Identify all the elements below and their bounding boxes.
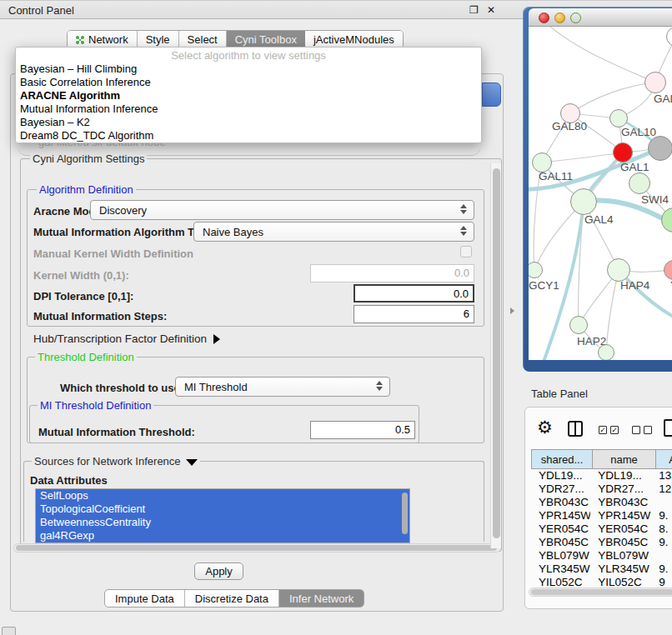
table-row[interactable]: YDR27...YDR27...12 [531, 482, 672, 496]
network-node[interactable] [648, 136, 672, 161]
dropdown-item[interactable]: Mutual Information Inference [16, 102, 481, 116]
network-node[interactable] [613, 142, 633, 162]
close-traffic-light-icon[interactable] [539, 12, 549, 23]
table-horizontal-scrollbar[interactable] [529, 588, 672, 597]
table-header: shared...nameA [531, 449, 672, 469]
minimize-traffic-light-icon[interactable] [554, 12, 565, 23]
tab-label: jActiveMNodules [313, 33, 394, 46]
dropdown-item[interactable]: Bayesian – Hill Climbing [16, 62, 481, 76]
table-cell: YER054C [590, 522, 651, 536]
bottom-corner-button[interactable] [2, 627, 16, 635]
manual-kernel-width-checkbox[interactable] [460, 246, 472, 258]
mi-steps-field[interactable]: 6 [354, 305, 474, 323]
vscroll-thumb[interactable] [493, 168, 500, 538]
expand-right-icon[interactable] [213, 334, 220, 344]
tab-discretize-data[interactable]: Discretize Data [185, 590, 279, 607]
attribute-item[interactable]: BetweennessCentrality [36, 516, 409, 529]
mi-algorithm-type-combo[interactable]: Naive Bayes [193, 222, 474, 242]
network-node[interactable] [609, 109, 628, 128]
table-row[interactable]: YBR043CYBR043C [531, 496, 672, 509]
network-node[interactable] [570, 188, 597, 215]
algorithm-dropdown: Select algorithm to view settings Bayesi… [15, 47, 482, 143]
column-header[interactable]: name [593, 449, 656, 469]
table-row[interactable]: YBR045CYBR045C9. [531, 536, 672, 549]
collapse-down-icon[interactable] [186, 459, 198, 466]
apply-button[interactable]: Apply [194, 562, 243, 580]
network-node[interactable] [629, 172, 650, 194]
close-icon[interactable]: ✕ [487, 4, 495, 16]
node-label: GAL1 [620, 161, 649, 173]
table-cell: YIL052C [590, 576, 651, 586]
hub-definition-label: Hub/Transcription Factor Definition [33, 332, 207, 345]
aracne-mode-combo[interactable]: Discovery [90, 200, 474, 220]
tab-label: Impute Data [115, 592, 174, 605]
network-canvas[interactable]: GALGAL80GAL10GAL1GAL11SWI4GAL4GCY1HAP4YH… [529, 27, 672, 360]
network-node[interactable] [644, 72, 666, 93]
dropdown-item[interactable]: Dream8 DC_TDC Algorithm [16, 129, 481, 142]
column-header[interactable]: A [656, 449, 672, 469]
table-cell: YIL052C [531, 576, 590, 586]
table-cell: YBR043C [590, 496, 651, 509]
table-row[interactable]: YIL052CYIL052C9 [531, 576, 672, 586]
float-icon[interactable]: ❐ [469, 4, 479, 16]
tab-impute-data[interactable]: Impute Data [105, 590, 185, 607]
table-row[interactable]: YPR145WYPR145W9. [531, 509, 672, 522]
tab-cyni-toolbox[interactable]: Cyni Toolbox [227, 31, 305, 48]
which-threshold-value: MI Threshold [184, 381, 248, 393]
hscroll-thumb[interactable] [16, 545, 497, 551]
table-hscroll-thumb[interactable] [531, 589, 672, 595]
attribute-item[interactable]: SelfLoops [36, 489, 409, 502]
table-cell: YPR145W [590, 509, 651, 522]
network-node[interactable] [607, 258, 630, 282]
tab-infer-network[interactable]: Infer Network [279, 590, 364, 607]
dropdown-item[interactable]: Basic Correlation Inference [16, 76, 481, 89]
splitpane-handle-icon[interactable] [510, 308, 514, 314]
table-cell: 9. [651, 536, 672, 549]
dpi-tolerance-field[interactable]: 0.0 [354, 284, 474, 302]
columns-icon[interactable] [568, 421, 583, 437]
table-row[interactable]: YLR345WYLR345W9. [531, 562, 672, 576]
settings-vertical-scrollbar[interactable] [490, 163, 501, 548]
column-header[interactable]: shared... [531, 449, 593, 469]
tab-style[interactable]: Style [138, 31, 179, 48]
mi-threshold-field[interactable]: 0.5 [310, 421, 415, 439]
dpi-tolerance-label: DPI Tolerance [0,1]: [33, 290, 133, 302]
tab-jactivemnodules[interactable]: jActiveMNodules [305, 31, 403, 48]
tab-select[interactable]: Select [179, 31, 227, 48]
which-threshold-combo[interactable]: MI Threshold [175, 377, 390, 397]
sources-title-text: Sources for Network Inference [34, 455, 181, 468]
table-cell: 9. [651, 509, 672, 522]
attribute-item[interactable]: TopologicalCoefficient [36, 502, 409, 516]
data-attributes-list[interactable]: SelfLoopsTopologicalCoefficientBetweenne… [35, 488, 410, 543]
table-row[interactable]: YER054CYER054C8. [531, 522, 672, 536]
tab-label: Infer Network [289, 592, 354, 605]
gear-icon[interactable]: ⚙ [537, 419, 553, 437]
attr-items: SelfLoopsTopologicalCoefficientBetweenne… [36, 489, 409, 542]
table-cell: YDR27... [531, 482, 590, 496]
mi-threshold-label: Mutual Information Threshold: [38, 426, 195, 438]
network-node[interactable] [569, 316, 588, 334]
unchecked-boxes-icon[interactable] [632, 426, 652, 434]
table-row[interactable]: YDL19...YDL19...13 [531, 469, 672, 482]
network-window-titlebar[interactable] [529, 8, 672, 27]
combo-arrows-icon [376, 381, 383, 391]
document-icon[interactable] [664, 419, 672, 437]
sources-group-title[interactable]: Sources for Network Inference [32, 455, 200, 468]
hub-definition-expander[interactable]: Hub/Transcription Factor Definition [33, 332, 220, 345]
table-row[interactable]: YBL079WYBL079W [531, 549, 672, 562]
table-cell: YBR043C [531, 496, 590, 509]
kernel-width-field[interactable]: 0.0 [310, 264, 474, 282]
network-node[interactable] [598, 344, 614, 360]
tab-network[interactable]: Network [68, 31, 138, 48]
attribute-item[interactable]: gal4RGexp [36, 529, 409, 542]
attr-list-scrollbar[interactable] [402, 492, 408, 534]
table-cell: YLR345W [531, 562, 590, 576]
table-cell: YDR27... [590, 482, 651, 496]
dropdown-item[interactable]: Bayesian – K2 [16, 116, 481, 129]
network-window: GALGAL80GAL10GAL1GAL11SWI4GAL4GCY1HAP4YH… [523, 7, 672, 372]
dropdown-item[interactable]: ARACNE Algorithm [16, 89, 481, 102]
settings-horizontal-scrollbar[interactable] [13, 543, 501, 552]
checked-boxes-icon[interactable]: ✓✓ [599, 426, 619, 434]
tab-label: Discretize Data [195, 592, 268, 605]
zoom-traffic-light-icon[interactable] [570, 12, 581, 23]
